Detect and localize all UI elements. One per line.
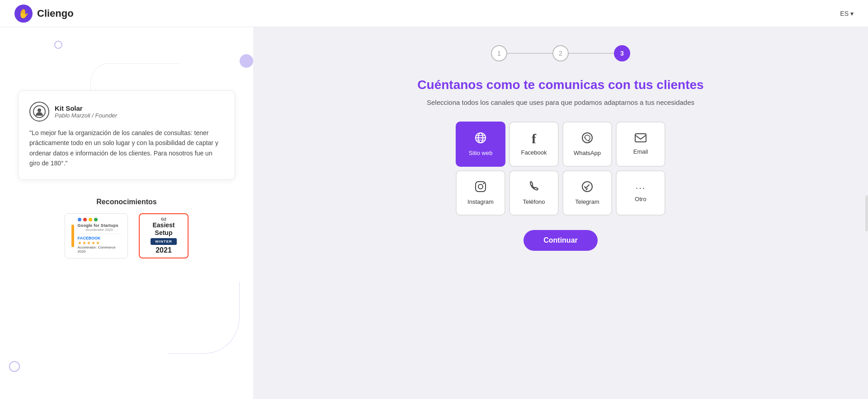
steps-row: 1 2 3 bbox=[491, 45, 630, 61]
lang-arrow-icon: ▾ bbox=[850, 10, 854, 17]
google-badge-text-col: Google for Startups Accelerator 2020 FAC… bbox=[78, 218, 121, 253]
channel-facebook[interactable]: f Facebook bbox=[509, 122, 559, 167]
yellow-bar bbox=[71, 225, 74, 247]
otro-label: Otro bbox=[635, 196, 646, 202]
svg-point-11 bbox=[483, 183, 485, 184]
facebook-icon: f bbox=[532, 132, 536, 146]
lang-label: ES bbox=[840, 10, 849, 17]
badges-row: Google for Startups Accelerator 2020 FAC… bbox=[18, 213, 235, 258]
otro-icon: ··· bbox=[636, 183, 646, 192]
channel-otro[interactable]: ··· Otro bbox=[616, 170, 665, 216]
step-line-1 bbox=[507, 53, 552, 54]
stars-row: ★ ★ ★ ★ ★ bbox=[78, 240, 121, 245]
left-panel: Kit Solar Pablo Marzoli / Founder "Lo me… bbox=[0, 27, 253, 399]
telefono-label: Teléfono bbox=[523, 198, 545, 205]
g-dot-green bbox=[94, 218, 98, 221]
g-dot-yellow bbox=[89, 218, 92, 221]
channel-telegram[interactable]: Telegram bbox=[562, 170, 612, 216]
testimonial-text: "Lo mejor fue la organización de los can… bbox=[29, 128, 224, 169]
whatsapp-icon bbox=[581, 131, 594, 146]
facebook-label: Facebook bbox=[521, 149, 547, 156]
email-icon bbox=[634, 133, 647, 145]
deco-circle-1 bbox=[54, 41, 62, 49]
g2-year: 2021 bbox=[156, 246, 172, 254]
testimonial-author: Kit Solar Pablo Marzoli / Founder bbox=[29, 102, 224, 122]
channels-grid: Sitio web f Facebook WhatsApp bbox=[456, 122, 665, 216]
star-5: ★ bbox=[96, 240, 100, 245]
deco-circle-2 bbox=[240, 54, 253, 68]
google-badge-inner: Google for Startups Accelerator 2020 FAC… bbox=[71, 218, 121, 253]
star-3: ★ bbox=[87, 240, 91, 245]
star-1: ★ bbox=[78, 240, 82, 245]
g2-winter-badge: WINTER bbox=[151, 238, 177, 245]
channel-email[interactable]: Email bbox=[616, 122, 665, 167]
scroll-indicator bbox=[865, 195, 868, 231]
lang-selector[interactable]: ES ▾ bbox=[840, 10, 854, 17]
channel-telefono[interactable]: Teléfono bbox=[509, 170, 559, 216]
g2-label-top: G2 bbox=[161, 217, 166, 221]
g2-main-label: EasiestSetup bbox=[152, 221, 175, 237]
reconocimientos-section: Reconocimientos Google fo bbox=[18, 198, 235, 258]
testimonial-card: Kit Solar Pablo Marzoli / Founder "Lo me… bbox=[18, 90, 235, 180]
svg-point-7 bbox=[582, 133, 592, 143]
channel-sitio-web[interactable]: Sitio web bbox=[456, 122, 505, 167]
author-avatar bbox=[29, 102, 49, 122]
telegram-icon bbox=[581, 180, 594, 195]
author-name: Kit Solar bbox=[55, 104, 117, 112]
g-dot-blue bbox=[78, 218, 81, 221]
step-2: 2 bbox=[552, 45, 569, 61]
whatsapp-label: WhatsApp bbox=[574, 150, 601, 156]
author-info: Kit Solar Pablo Marzoli / Founder bbox=[55, 104, 117, 119]
deco-circle-3 bbox=[9, 361, 20, 372]
sitio-web-label: Sitio web bbox=[469, 150, 493, 156]
star-4: ★ bbox=[91, 240, 95, 245]
main-heading: Cuéntanos como te comunicas con tus clie… bbox=[417, 78, 703, 92]
star-2: ★ bbox=[82, 240, 86, 245]
channel-instagram[interactable]: Instagram bbox=[456, 170, 505, 216]
logo-area: ✋ Cliengo bbox=[14, 5, 74, 23]
channel-whatsapp[interactable]: WhatsApp bbox=[562, 122, 612, 167]
svg-rect-8 bbox=[635, 134, 646, 142]
sitio-web-icon bbox=[474, 131, 487, 146]
google-badge: Google for Startups Accelerator 2020 FAC… bbox=[65, 213, 128, 258]
google-badge-top bbox=[78, 218, 121, 221]
accelerator-text: Accelerator: Commerce 2020 bbox=[78, 245, 121, 253]
step-1: 1 bbox=[491, 45, 507, 61]
badge-divider bbox=[78, 234, 121, 234]
instagram-icon bbox=[474, 180, 487, 195]
header: ✋ Cliengo ES ▾ bbox=[0, 0, 868, 27]
google-badge-sub: Accelerator 2020 bbox=[78, 228, 121, 232]
deco-line-2 bbox=[167, 282, 240, 354]
logo-text: Cliengo bbox=[37, 8, 74, 19]
instagram-label: Instagram bbox=[467, 198, 494, 205]
svg-point-1 bbox=[38, 108, 41, 112]
fb-text: FACEBOOK bbox=[78, 236, 121, 240]
main-layout: Kit Solar Pablo Marzoli / Founder "Lo me… bbox=[0, 27, 868, 399]
google-badge-label: Google for Startups bbox=[78, 223, 121, 228]
step-line-2 bbox=[569, 53, 614, 54]
g2-badge: G2 EasiestSetup WINTER 2021 bbox=[139, 213, 189, 258]
reconocimientos-title: Reconocimientos bbox=[18, 198, 235, 206]
svg-point-10 bbox=[478, 184, 483, 189]
telefono-icon bbox=[528, 180, 539, 195]
telegram-label: Telegram bbox=[575, 198, 599, 205]
continuar-button[interactable]: Continuar bbox=[524, 230, 598, 251]
main-subheading: Selecciona todos los canales que uses pa… bbox=[427, 98, 694, 108]
logo-icon: ✋ bbox=[14, 5, 33, 23]
right-panel: 1 2 3 Cuéntanos como te comunicas con tu… bbox=[253, 27, 868, 399]
author-title: Pablo Marzoli / Founder bbox=[55, 112, 117, 119]
g-dot-red bbox=[83, 218, 87, 221]
step-3: 3 bbox=[614, 45, 630, 61]
email-label: Email bbox=[633, 148, 648, 155]
